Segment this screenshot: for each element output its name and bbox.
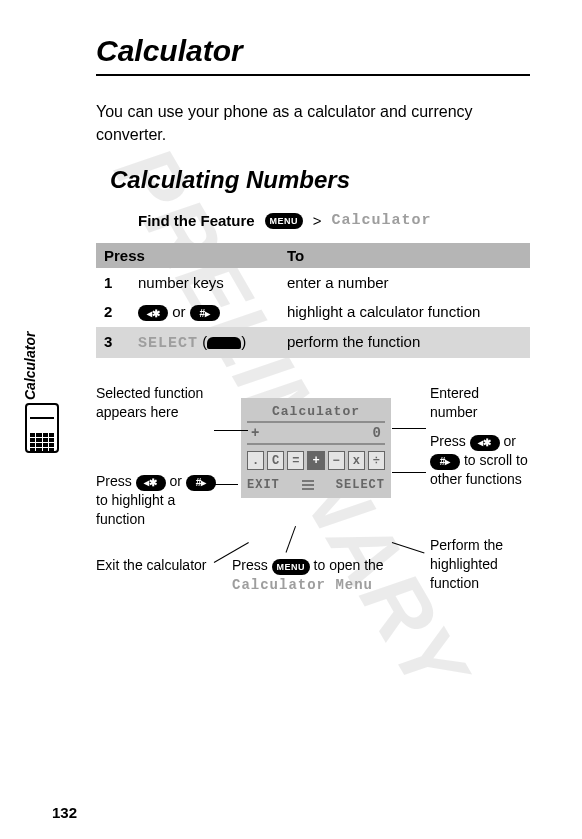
callout-selected-function: Selected function appears here bbox=[96, 384, 216, 422]
selected-op-symbol: + bbox=[251, 425, 259, 441]
step-number: 3 bbox=[96, 327, 130, 358]
breadcrumb-target: Calculator bbox=[331, 212, 431, 229]
callout-exit: Exit the calculator bbox=[96, 556, 216, 575]
callout-scroll-functions: Press ◂✱ or #▸ to scroll to other functi… bbox=[430, 432, 530, 489]
text: Press bbox=[430, 433, 470, 449]
op-plus: + bbox=[307, 451, 324, 470]
hash-key-icon: #▸ bbox=[430, 454, 460, 470]
diagram: Selected function appears here Press ◂✱ … bbox=[96, 384, 530, 634]
callout-perform-function: Perform the highlighted function bbox=[430, 536, 530, 593]
softkey-row: EXIT SELECT bbox=[247, 478, 385, 492]
star-key-icon: ◂✱ bbox=[136, 475, 166, 491]
to-cell: perform the function bbox=[279, 327, 530, 358]
leader-line bbox=[286, 526, 297, 553]
menu-key-icon: MENU bbox=[265, 213, 303, 229]
leader-line bbox=[392, 428, 426, 429]
page-number: 132 bbox=[52, 804, 77, 821]
text: or bbox=[166, 473, 186, 489]
operation-row: . C = + − x ÷ bbox=[247, 451, 385, 470]
callout-open-menu: Press MENU to open the Calculator Menu bbox=[232, 556, 412, 595]
press-cell: number keys bbox=[130, 268, 279, 297]
softkey-exit: EXIT bbox=[247, 478, 280, 492]
entered-number: 0 bbox=[373, 425, 381, 441]
menu-name: Calculator Menu bbox=[232, 577, 373, 593]
text: to open the bbox=[310, 557, 384, 573]
text: Press bbox=[96, 473, 136, 489]
op-divide: ÷ bbox=[368, 451, 385, 470]
find-feature-label: Find the Feature bbox=[138, 212, 255, 229]
table-row: 1 number keys enter a number bbox=[96, 268, 530, 297]
side-tab-icon bbox=[16, 403, 68, 455]
paren: ) bbox=[241, 333, 246, 350]
softkey-icon bbox=[207, 337, 241, 349]
text: Press bbox=[232, 557, 272, 573]
menu-key-icon: MENU bbox=[272, 559, 310, 575]
phone-screen: Calculator + 0 . C = + − x ÷ EXIT bbox=[241, 398, 391, 498]
to-cell: highlight a calculator function bbox=[279, 297, 530, 327]
to-cell: enter a number bbox=[279, 268, 530, 297]
leader-line bbox=[214, 484, 238, 485]
step-number: 2 bbox=[96, 297, 130, 327]
hash-key-icon: #▸ bbox=[186, 475, 216, 491]
hash-key-icon: #▸ bbox=[190, 305, 220, 321]
value-row: + 0 bbox=[247, 421, 385, 445]
instruction-table: Press To 1 number keys enter a number 2 … bbox=[96, 243, 530, 358]
text: to highlight a function bbox=[96, 492, 175, 527]
breadcrumb-arrow: > bbox=[313, 212, 322, 229]
table-row: 2 ◂✱ or #▸ highlight a calculator functi… bbox=[96, 297, 530, 327]
side-tab-label: Calculator bbox=[22, 332, 38, 400]
text: or bbox=[500, 433, 516, 449]
page-title: Calculator bbox=[96, 34, 530, 68]
title-rule bbox=[96, 74, 530, 76]
star-key-icon: ◂✱ bbox=[470, 435, 500, 451]
op-equals: = bbox=[287, 451, 304, 470]
leader-line bbox=[214, 430, 248, 431]
press-word: or bbox=[168, 303, 190, 320]
paren: ( bbox=[198, 333, 207, 350]
op-minus: − bbox=[328, 451, 345, 470]
select-label: SELECT bbox=[138, 335, 198, 352]
callout-highlight-function: Press ◂✱ or #▸ to highlight a function bbox=[96, 472, 216, 529]
step-number: 1 bbox=[96, 268, 130, 297]
softkey-select: SELECT bbox=[336, 478, 385, 492]
callout-entered-number: Entered number bbox=[430, 384, 530, 422]
press-cell: ◂✱ or #▸ bbox=[130, 297, 279, 327]
leader-line bbox=[392, 472, 426, 473]
leader-line bbox=[392, 542, 425, 553]
table-row: 3 SELECT () perform the function bbox=[96, 327, 530, 358]
op-clear: C bbox=[267, 451, 284, 470]
star-key-icon: ◂✱ bbox=[138, 305, 168, 321]
op-multiply: x bbox=[348, 451, 365, 470]
table-head-press: Press bbox=[96, 243, 279, 268]
op-dot: . bbox=[247, 451, 264, 470]
section-heading: Calculating Numbers bbox=[110, 166, 530, 194]
screen-title: Calculator bbox=[247, 404, 385, 419]
press-cell: SELECT () bbox=[130, 327, 279, 358]
menu-icon bbox=[302, 480, 314, 490]
find-feature-row: Find the Feature MENU > Calculator bbox=[138, 212, 530, 229]
table-head-to: To bbox=[279, 243, 530, 268]
intro-text: You can use your phone as a calculator a… bbox=[96, 100, 530, 146]
